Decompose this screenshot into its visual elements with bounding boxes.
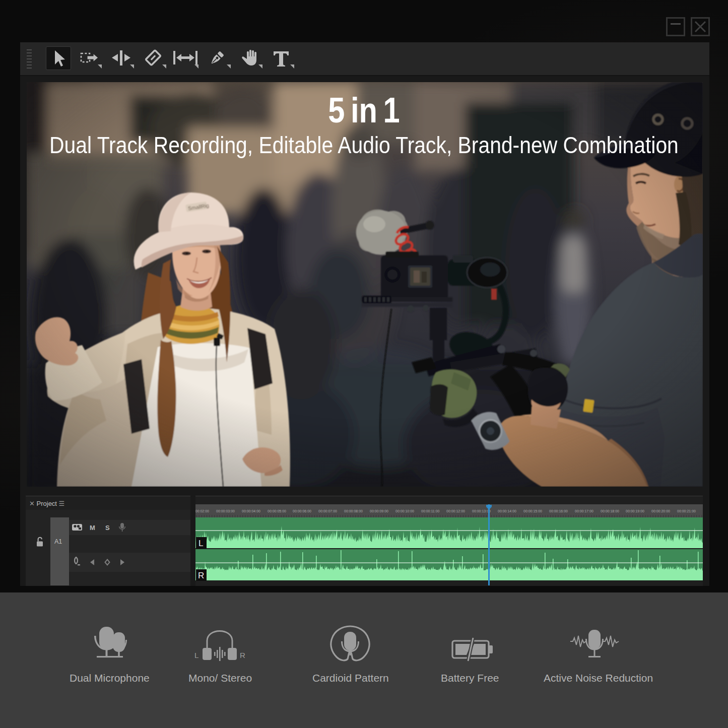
svg-text:R: R — [240, 651, 245, 659]
svg-text:S: S — [105, 524, 110, 532]
svg-text:R: R — [198, 571, 204, 580]
svg-text:L: L — [194, 651, 198, 659]
svg-text:M: M — [90, 524, 95, 532]
svg-text:L: L — [198, 539, 203, 548]
